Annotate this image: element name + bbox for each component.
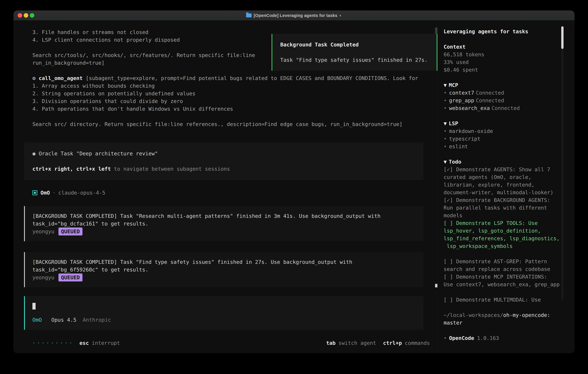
- bullet-icon: •: [444, 335, 447, 341]
- mcp-name: grep_app: [449, 97, 474, 104]
- toast-body: Task "Find type safety issues" finished …: [280, 56, 429, 64]
- mcp-status: Connected: [476, 90, 504, 96]
- zoom-button[interactable]: [30, 13, 34, 18]
- tool-call-name: call_omo_agent: [39, 75, 83, 81]
- context-spent: $0.46 spent: [444, 66, 561, 74]
- toast-title: Background Task Completed: [280, 41, 429, 48]
- mcp-name: context7: [449, 90, 474, 96]
- sidebar-footer: •OpenCode1.0.163: [444, 334, 561, 342]
- mcp-status: Connected: [476, 97, 504, 104]
- bullet-icon: •: [444, 144, 447, 149]
- message-block: [BACKGROUND TASK COMPLETED] Task "Find t…: [24, 252, 423, 287]
- close-button[interactable]: [18, 13, 22, 18]
- lsp-name: typescript: [449, 136, 481, 142]
- workspace-path: ~/local-workspaces/oh-my-opencode: maste…: [444, 311, 561, 327]
- input-provider-name: Anthropic: [83, 317, 111, 323]
- chevron-down-icon: ▼: [444, 159, 447, 165]
- oracle-task-panel: ◉ Oracle Task "Deep architecture review"…: [24, 143, 423, 180]
- prompt-input[interactable]: OmO Opus 4.5 Anthropic: [24, 296, 423, 330]
- tool-call-args: [subagent_type=explore, prompt=Find pote…: [86, 75, 418, 81]
- session-title: Leveraging agents for tasks: [444, 28, 561, 35]
- model-line: OmO Opus 4.5 Anthropic: [32, 316, 416, 324]
- agent-header: OmO · claude-opus-4-5: [32, 189, 430, 197]
- todo-header-label: Todo: [449, 159, 462, 165]
- todo-item-agents: [✓] Demonstrate AGENTS: Show all 7 curat…: [444, 166, 561, 196]
- spinner-dots: ·········: [32, 339, 74, 347]
- traffic-lights: [18, 10, 34, 20]
- agent-square-icon: [32, 190, 37, 195]
- ctrl-p-key: ctrl+p: [383, 339, 402, 347]
- statusbar: ········· esc interrupt tab switch agent…: [32, 339, 430, 347]
- lsp-name: eslint: [449, 144, 468, 149]
- mcp-item: •websearch_exaConnected: [444, 104, 561, 112]
- sidebar: Leveraging agents for tasks Context 66,5…: [437, 21, 574, 353]
- oracle-task-title: ◉ Oracle Task "Deep architecture review": [32, 150, 415, 157]
- message-text: [BACKGROUND TASK COMPLETED] Task "Resear…: [32, 212, 416, 228]
- context-header: Context: [444, 43, 561, 51]
- todo-item-mcp-integrations: [ ] Demonstrate MCP INTEGRATIONS: Use co…: [444, 273, 561, 288]
- mcp-item: •context7Connected: [444, 89, 561, 97]
- tab-key-label: switch agent: [338, 339, 376, 347]
- mcp-status: Connected: [492, 105, 520, 111]
- sidebar-scrollbar-track[interactable]: [561, 26, 564, 300]
- todo-item-lsp-tools: [ ] Demonstrate LSP TOOLS: Use lsp_hover…: [444, 219, 561, 250]
- titlebar: [OpenCode] Leveraging agents for tasks ◐: [14, 10, 574, 21]
- mcp-name: websearch_exa: [449, 105, 490, 111]
- oracle-task-label: Oracle Task "Deep architecture review": [39, 151, 158, 156]
- mcp-header-label: MCP: [449, 82, 458, 88]
- context-used: 33% used: [444, 58, 561, 66]
- record-icon: ◉: [32, 151, 36, 156]
- chevron-down-icon: ▼: [444, 120, 447, 126]
- background-task-toast: Background Task Completed Task "Find typ…: [272, 34, 437, 71]
- bullet-icon: •: [444, 90, 447, 96]
- context-tokens: 66,518 tokens: [444, 51, 561, 58]
- workspace-prefix: ~/local-workspaces/: [444, 312, 503, 318]
- todo-item-multimodal: [ ] Demonstrate MULTIMODAL: Use: [444, 296, 561, 303]
- message-block: [BACKGROUND TASK COMPLETED] Task "Resear…: [24, 206, 423, 241]
- message-text: [BACKGROUND TASK COMPLETED] Task "Find t…: [32, 258, 416, 273]
- oracle-hint-rest: to navigate between subagent sessions: [111, 166, 230, 172]
- message-footer: yeongyu QUEUED: [32, 273, 416, 281]
- folder-icon: [246, 13, 252, 17]
- chevron-down-icon: ▼: [444, 82, 447, 88]
- lsp-header-label: LSP: [449, 120, 458, 126]
- bullet-icon: •: [444, 105, 447, 111]
- tool-call-body: 1. Array access without bounds checking …: [32, 82, 430, 128]
- main-scrollbar-thumb-bottom[interactable]: [435, 284, 437, 287]
- lsp-item: •eslint: [444, 143, 561, 150]
- minimize-button[interactable]: [24, 13, 28, 18]
- input-model-name: Opus 4.5: [51, 317, 76, 323]
- input-agent-name: OmO: [32, 317, 42, 323]
- workspace-branch: master: [444, 319, 561, 327]
- lsp-section-header[interactable]: ▼LSP: [444, 120, 561, 127]
- window-title-text: [OpenCode] Leveraging agents for tasks: [254, 13, 337, 18]
- bullet-icon: •: [444, 136, 447, 142]
- bullet-icon: •: [444, 97, 447, 104]
- app-window: [OpenCode] Leveraging agents for tasks ◐…: [14, 10, 574, 353]
- text-cursor: [32, 303, 36, 310]
- todo-item-background-agents: [✓] Demonstrate BACKGROUND AGENTS: Run p…: [444, 196, 561, 219]
- todo-section-header[interactable]: ▼Todo: [444, 158, 561, 166]
- agent-model: claude-opus-4-5: [58, 189, 105, 197]
- bullet-icon: •: [444, 128, 447, 134]
- tab-key: tab: [326, 339, 336, 347]
- agent-separator: ·: [52, 189, 56, 197]
- main-pane: 3. File handles or streams not closed 4.…: [14, 21, 437, 353]
- lsp-name: markdown-oxide: [449, 128, 493, 134]
- oracle-hint-keys: ctrl+x right, ctrl+x left: [32, 166, 111, 172]
- sidebar-scrollbar-thumb[interactable]: [561, 26, 564, 49]
- message-author: yeongyu: [32, 228, 54, 235]
- window-title: [OpenCode] Leveraging agents for tasks ◐: [14, 13, 574, 18]
- lsp-item: •markdown-oxide: [444, 127, 561, 135]
- message-author: yeongyu: [32, 274, 54, 281]
- esc-key: esc: [79, 339, 89, 347]
- mcp-section-header[interactable]: ▼MCP: [444, 81, 561, 89]
- ctrl-p-key-label: commands: [405, 339, 430, 347]
- opencode-version: 1.0.163: [477, 335, 499, 341]
- queued-badge: QUEUED: [58, 228, 83, 235]
- mcp-item: •grep_appConnected: [444, 97, 561, 104]
- esc-key-label: interrupt: [92, 339, 120, 347]
- lsp-item: •typescript: [444, 135, 561, 143]
- opencode-brand: OpenCode: [449, 335, 474, 341]
- tool-call-line: ⚙ call_omo_agent [subagent_type=explore,…: [32, 74, 430, 82]
